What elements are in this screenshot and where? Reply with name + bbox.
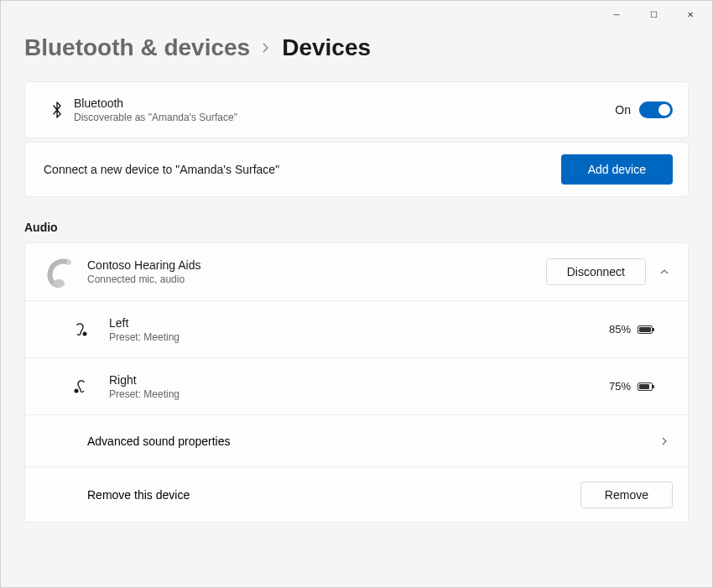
remove-device-label: Remove this device (40, 488, 580, 502)
breadcrumb: Bluetooth & devices Devices (24, 34, 689, 61)
maximize-button[interactable]: ☐ (635, 3, 672, 26)
right-preset: Preset: Meeting (109, 388, 609, 400)
right-hearing-aid-row: Right Preset: Meeting 75% (25, 357, 688, 414)
ear-right-icon (40, 379, 94, 394)
remove-button[interactable]: Remove (580, 481, 673, 508)
minimize-button[interactable]: ─ (598, 3, 635, 26)
page-title: Devices (282, 34, 371, 61)
audio-section-header: Audio (24, 221, 689, 234)
svg-point-3 (75, 388, 79, 393)
hearing-aids-icon (40, 253, 77, 290)
remove-device-row: Remove this device Remove (25, 466, 688, 522)
left-preset: Preset: Meeting (109, 331, 609, 343)
chevron-right-icon (262, 42, 270, 57)
left-label: Left (109, 316, 609, 330)
svg-point-2 (83, 331, 87, 336)
battery-fill-right (639, 384, 649, 389)
device-header-row[interactable]: Contoso Hearing Aids Connected mic, audi… (25, 243, 688, 300)
advanced-sound-label: Advanced sound properties (40, 434, 646, 448)
page-content: Bluetooth & devices Devices Bluetooth Di… (1, 28, 712, 587)
right-battery-label: 75% (609, 380, 631, 393)
bluetooth-icon (40, 101, 74, 119)
toggle-knob (658, 104, 670, 116)
bluetooth-toggle-label: On (615, 103, 631, 117)
disconnect-button[interactable]: Disconnect (546, 258, 646, 285)
chevron-up-icon[interactable] (656, 268, 673, 275)
battery-icon (638, 325, 653, 334)
chevron-right-icon (656, 436, 673, 446)
titlebar: ─ ☐ ✕ (1, 1, 712, 28)
bluetooth-card: Bluetooth Discoverable as "Amanda's Surf… (24, 81, 689, 138)
bluetooth-subtitle: Discoverable as "Amanda's Surface" (74, 112, 615, 123)
audio-device-group: Contoso Hearing Aids Connected mic, audi… (24, 242, 689, 523)
svg-point-1 (66, 260, 71, 265)
bluetooth-toggle[interactable] (639, 101, 673, 118)
breadcrumb-parent[interactable]: Bluetooth & devices (24, 34, 250, 61)
left-battery-label: 85% (609, 323, 631, 336)
bluetooth-title: Bluetooth (74, 96, 615, 110)
minimize-icon: ─ (613, 10, 619, 19)
advanced-sound-row[interactable]: Advanced sound properties (25, 414, 688, 466)
connect-text: Connect a new device to "Amanda's Surfac… (44, 163, 561, 176)
maximize-icon: ☐ (650, 10, 658, 19)
left-hearing-aid-row: Left Preset: Meeting 85% (25, 300, 688, 357)
settings-window: ─ ☐ ✕ Bluetooth & devices Devices Blueto… (0, 0, 713, 588)
add-device-card: Connect a new device to "Amanda's Surfac… (24, 142, 689, 197)
bluetooth-text: Bluetooth Discoverable as "Amanda's Surf… (74, 96, 615, 123)
close-icon: ✕ (687, 10, 694, 19)
add-device-button[interactable]: Add device (561, 154, 673, 185)
device-name: Contoso Hearing Aids (87, 258, 546, 272)
close-button[interactable]: ✕ (672, 3, 709, 26)
right-label: Right (109, 373, 609, 387)
device-status: Connected mic, audio (87, 273, 546, 285)
battery-icon (638, 382, 653, 391)
ear-left-icon (40, 322, 94, 337)
battery-fill-left (639, 327, 651, 332)
svg-point-0 (53, 279, 65, 288)
